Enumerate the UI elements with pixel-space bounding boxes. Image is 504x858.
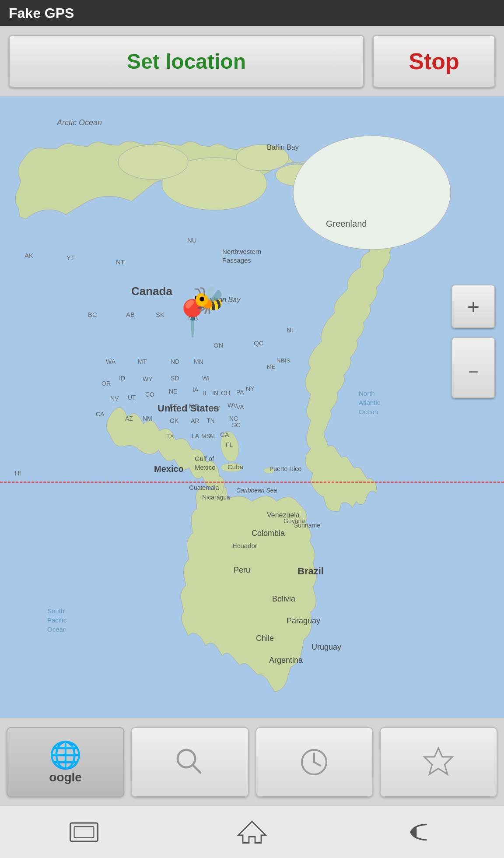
label-on: ON bbox=[214, 341, 224, 349]
label-va: VA bbox=[236, 404, 244, 411]
label-in: IN bbox=[212, 390, 218, 397]
home-button[interactable] bbox=[217, 815, 287, 850]
bee-mascot: 🐝 bbox=[192, 285, 225, 316]
label-wy: WY bbox=[143, 376, 153, 383]
label-al: AL bbox=[209, 433, 217, 440]
label-uruguay: Uruguay bbox=[312, 643, 341, 652]
label-mt: MT bbox=[138, 358, 147, 365]
svg-line-14 bbox=[192, 765, 200, 773]
label-ns: NS bbox=[282, 357, 290, 364]
label-guatemala: Guatemala bbox=[189, 484, 219, 491]
label-sk: SK bbox=[156, 311, 164, 318]
label-cuba: Cuba bbox=[228, 463, 243, 471]
label-ab: AB bbox=[126, 311, 135, 318]
stop-label: Stop bbox=[409, 48, 459, 74]
set-location-label: Set location bbox=[127, 49, 246, 74]
label-nd: ND bbox=[171, 358, 179, 365]
label-ut: UT bbox=[128, 394, 136, 401]
map-type-button[interactable]: 🌐 oogle bbox=[7, 727, 124, 797]
ocean-label-arctic: Arctic Ocean bbox=[57, 118, 102, 127]
label-nv: NV bbox=[110, 395, 119, 402]
label-ca: CA bbox=[96, 411, 104, 418]
set-location-button[interactable]: Set location bbox=[9, 35, 364, 88]
label-nl: NL bbox=[287, 326, 295, 334]
globe-icon: 🌐 bbox=[49, 739, 82, 770]
svg-rect-20 bbox=[74, 826, 94, 837]
label-la: LA bbox=[192, 433, 199, 440]
label-north-atlantic: NorthAtlanticOcean bbox=[359, 389, 380, 416]
label-ne: NE bbox=[169, 388, 177, 395]
label-ecuador: Ecuador bbox=[233, 542, 257, 549]
label-hi: HI bbox=[15, 470, 21, 477]
label-ak: AK bbox=[24, 252, 33, 259]
equator-line bbox=[0, 482, 504, 483]
label-or: OR bbox=[102, 380, 111, 387]
label-caribbean: Caribbean Sea bbox=[236, 487, 277, 494]
status-bar: Fake GPS bbox=[0, 0, 504, 26]
star-icon bbox=[421, 745, 456, 780]
label-canada: Canada bbox=[131, 285, 172, 298]
label-wa: WA bbox=[106, 358, 116, 365]
label-brazil: Brazil bbox=[298, 566, 324, 577]
zoom-out-button[interactable]: − bbox=[452, 337, 495, 398]
label-nm: NM bbox=[143, 415, 152, 422]
label-ia: IA bbox=[192, 386, 198, 393]
recent-apps-button[interactable] bbox=[49, 815, 119, 850]
label-il: IL bbox=[203, 390, 208, 397]
svg-marker-21 bbox=[238, 821, 266, 843]
label-argentina: Argentina bbox=[269, 656, 303, 665]
label-nicaragua: Nicaragua bbox=[202, 494, 230, 501]
label-colombia: Colombia bbox=[252, 529, 285, 538]
label-id: ID bbox=[119, 375, 125, 382]
label-sd: SD bbox=[171, 375, 179, 382]
nav-bar bbox=[0, 805, 504, 858]
label-mo: MO bbox=[189, 403, 199, 410]
label-co: CO bbox=[145, 391, 154, 398]
label-bc: BC bbox=[88, 311, 97, 318]
clock-icon bbox=[297, 745, 332, 780]
label-ga: GA bbox=[220, 431, 229, 438]
label-az: AZ bbox=[125, 415, 133, 422]
recent-apps-icon bbox=[69, 819, 99, 845]
google-text: oogle bbox=[49, 770, 82, 784]
favorites-button[interactable] bbox=[380, 727, 497, 797]
label-baffin-bay: Baffin Bay bbox=[267, 144, 299, 151]
label-pa: PA bbox=[236, 389, 244, 396]
zoom-in-button[interactable]: + bbox=[452, 285, 495, 328]
history-button[interactable] bbox=[256, 727, 373, 797]
app-title: Fake GPS bbox=[9, 5, 74, 21]
label-nu: NU bbox=[187, 236, 197, 244]
label-qc: QC bbox=[254, 339, 264, 347]
search-button[interactable] bbox=[131, 727, 248, 797]
label-ny: NY bbox=[246, 385, 254, 392]
label-mn: MN bbox=[194, 358, 203, 365]
svg-line-17 bbox=[314, 762, 320, 766]
bottom-toolbar: 🌐 oogle bbox=[0, 718, 504, 805]
map-container[interactable]: Arctic Ocean Baffin Bay Greenland Northw… bbox=[0, 96, 504, 718]
label-tn: TN bbox=[206, 417, 215, 424]
label-nc: NC bbox=[229, 415, 238, 422]
label-yt: YT bbox=[66, 254, 75, 261]
search-icon bbox=[172, 745, 207, 780]
label-me: ME bbox=[267, 363, 276, 370]
label-ky: KY bbox=[212, 405, 220, 412]
label-fl: FL bbox=[226, 441, 233, 448]
svg-marker-18 bbox=[424, 748, 452, 774]
label-greenland: Greenland bbox=[326, 219, 367, 229]
label-peru: Peru bbox=[234, 566, 250, 575]
label-nt: NT bbox=[116, 258, 125, 266]
label-paraguay: Paraguay bbox=[287, 616, 320, 626]
stop-button[interactable]: Stop bbox=[373, 35, 495, 88]
label-gulf-mexico: Gulf ofMexico bbox=[195, 454, 216, 471]
map-svg bbox=[0, 96, 504, 718]
top-bar: Set location Stop bbox=[0, 26, 504, 96]
home-icon bbox=[237, 819, 267, 845]
label-nw-passages: NorthwesternPassages bbox=[222, 247, 261, 264]
label-chile: Chile bbox=[256, 634, 274, 643]
label-ks: KS bbox=[170, 403, 178, 410]
back-button[interactable] bbox=[385, 815, 455, 850]
label-us: United States bbox=[158, 403, 219, 414]
label-bolivia: Bolivia bbox=[272, 594, 295, 604]
label-ok: OK bbox=[170, 417, 178, 424]
svg-point-5 bbox=[293, 136, 451, 250]
